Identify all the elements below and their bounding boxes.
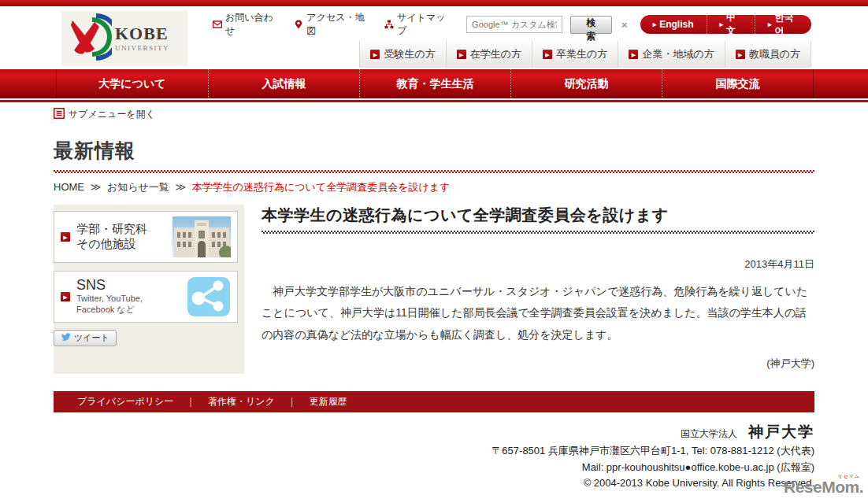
article-signature: (神戸大学) [262,357,814,371]
access-map-label: アクセス・地図 [306,11,370,38]
submenu-list-icon [54,108,65,121]
sidebar: ▶ 学部・研究科 その他施設 [54,205,244,374]
nav-admissions[interactable]: 入試情報 [208,69,359,98]
lang-korean[interactable]: ▸ 한국어 [755,15,811,34]
nav-about[interactable]: 大学について [57,69,208,98]
arrow-right-icon: ▸ [720,20,724,28]
lang-chinese-label: 中文 [726,15,742,34]
footer-separator: ｜ [186,395,195,408]
arrow-square-icon: ▶ [543,50,552,59]
lang-english-label: English [659,19,693,30]
copyright-line: © 2004-2013 Kobe University. All Rights … [0,475,814,491]
submenu-label: サブメニューを開く [69,108,155,121]
arrow-right-icon: ▸ [653,20,657,28]
share-icon [187,276,231,317]
footer-link-bar: プライバシーポリシー ｜ 著作権・リンク ｜ 更新履歴 [54,391,814,412]
sitemap-label: サイトマップ [397,11,452,38]
logo-kobe-text: KOBE [115,25,169,43]
tab-label: 卒業生の方 [556,47,607,61]
update-history-link[interactable]: 更新履歴 [310,395,347,408]
search-input[interactable] [466,16,562,33]
arrow-square-icon: ▶ [370,50,380,59]
article-title: 本学学生の迷惑行為について全学調査委員会を設けます [262,205,814,226]
logo-university-text: UNIVERSITY [115,45,169,52]
arrow-square-icon: ▶ [736,50,745,59]
arrow-square-icon: ▶ [457,50,466,59]
language-bar: ▸ English ▸ 中文 ▸ 한국어 [640,15,811,34]
tweet-label: ツイート [74,332,109,344]
nav-spacer [0,69,57,98]
tab-label: 受験生の方 [384,47,435,61]
sitemap-icon [384,20,394,29]
breadcrumb-separator: ≫ [175,181,186,193]
page-title: 最新情報 [54,138,814,164]
contact-label: お問い合わせ [225,11,280,38]
org-type-label: 国立大学法人 [681,428,737,439]
contact-link[interactable]: お問い合わせ [213,11,280,38]
open-submenu-button[interactable]: サブメニューを開く [54,108,868,121]
twitter-bird-icon [61,333,71,343]
breadcrumb-news-list[interactable]: お知らせ一覧 [107,181,169,193]
lang-chinese[interactable]: ▸ 中文 [707,15,755,34]
sidebar-item-sns[interactable]: ▶ SNS Twitter, YouTube, Facebook など [54,271,238,323]
org-name: 神戸大学 [748,423,814,440]
tab-label: 企業・地域の方 [642,47,714,61]
news-article: 本学学生の迷惑行為について全学調査委員会を設けます 2013年4月11日 神戸大… [262,205,814,371]
tweet-button[interactable]: ツイート [54,330,117,346]
arrow-square-icon: ▶ [61,292,70,301]
arrow-square-icon: ▶ [61,232,70,242]
dark-checker-divider [262,231,814,234]
copyright-links-link[interactable]: 著作権・リンク [208,395,275,408]
privacy-policy-link[interactable]: プライバシーポリシー [77,395,173,408]
mail-icon [213,20,222,29]
footer-separator: ｜ [287,395,297,408]
logo-wordmark: KOBE UNIVERSITY [115,25,169,52]
main-nav: 大学について 入試情報 教育・学生生活 研究活動 国際交流 [0,69,868,98]
arrow-right-icon: ▸ [768,20,772,28]
site-header: KOBE UNIVERSITY お問い合わせ アクセス・地図 [0,6,868,69]
kobe-university-page: KOBE UNIVERSITY お問い合わせ アクセス・地図 [0,0,868,499]
breadcrumb-current: 本学学生の迷惑行為について全学調査委員会を設けます [192,181,451,193]
breadcrumb-home[interactable]: HOME [54,181,84,193]
nav-education-campuslife[interactable]: 教育・学生生活 [359,69,510,98]
tab-examinees[interactable]: ▶ 受験生の方 [359,41,445,68]
search-close-icon[interactable]: × [620,19,629,31]
search-button[interactable]: 検索 [570,16,612,34]
breadcrumb-separator: ≫ [91,181,102,193]
lang-korean-label: 한국어 [775,15,799,34]
tab-alumni[interactable]: ▶ 卒業生の方 [532,41,618,68]
mail-line: Mail: ppr-kouhoushitsu●office.kobe-u.ac.… [0,460,814,475]
nav-international[interactable]: 国際交流 [662,69,813,98]
tab-label: 在学生の方 [470,47,521,61]
campus-building-photo [172,216,231,257]
resemom-watermark: リセマム ReseMom. [784,474,863,496]
university-logo[interactable]: KOBE UNIVERSITY [61,11,187,66]
content-area: 最新情報 HOME ≫ お知らせ一覧 ≫ 本学学生の迷惑行為について全学調査委員… [0,138,868,374]
red-checker-divider [54,170,814,173]
top-red-strip [0,0,868,6]
tab-faculty-staff[interactable]: ▶ 教職員の方 [725,41,811,68]
kobe-logo-mark-icon [66,13,112,65]
sitemap-link[interactable]: サイトマップ [384,11,452,38]
tab-current-students[interactable]: ▶ 在学生の方 [446,41,532,68]
header-right: お問い合わせ アクセス・地図 サイトマップ 検索 × [213,14,811,68]
utility-row: お問い合わせ アクセス・地図 サイトマップ 検索 × [213,14,811,35]
organization-line: 国立大学法人神戸大学 [0,420,814,443]
breadcrumb: HOME ≫ お知らせ一覧 ≫ 本学学生の迷惑行為について全学調査委員会を設けま… [54,180,814,194]
two-column-layout: ▶ 学部・研究科 その他施設 [54,205,814,374]
nav-spacer [813,69,868,98]
tab-label: 教職員の方 [749,47,800,61]
arrow-square-icon: ▶ [629,50,638,59]
footer-info: 国立大学法人神戸大学 〒657-8501 兵庫県神戸市灘区六甲台町1-1, Te… [0,420,814,491]
faculties-label: 学部・研究科 その他施設 [76,222,166,252]
red-divider-line [0,100,868,102]
resemom-logo: ReseMom. [784,478,863,496]
article-date: 2013年4月11日 [262,257,814,272]
sidebar-item-faculties[interactable]: ▶ 学部・研究科 その他施設 [54,211,238,263]
tab-business-community[interactable]: ▶ 企業・地域の方 [618,41,724,68]
map-pin-icon [294,20,303,29]
nav-research[interactable]: 研究活動 [510,69,662,98]
lang-english[interactable]: ▸ English [640,15,707,34]
sns-label: SNS Twitter, YouTube, Facebook など [76,278,180,315]
access-map-link[interactable]: アクセス・地図 [294,11,370,38]
